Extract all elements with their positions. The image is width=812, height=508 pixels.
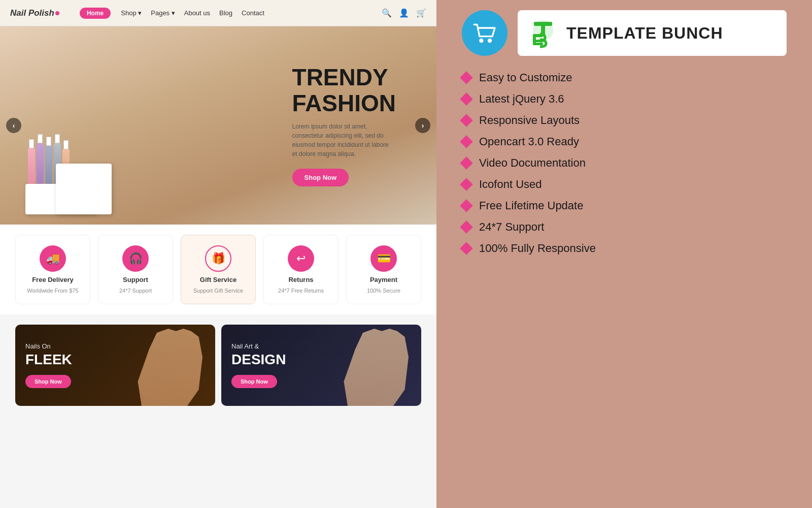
- right-header: TEMPLATE BUNCH: [462, 0, 787, 66]
- feature-payment-sub: 100% Secure: [367, 288, 400, 294]
- feature-item-3: Opencart 3.0 Ready: [462, 135, 787, 148]
- feature-label-3: Opencart 3.0 Ready: [479, 135, 579, 148]
- feature-support-sub: 24*7 Support: [119, 288, 152, 294]
- feature-label-5: Icofont Used: [479, 178, 542, 191]
- feature-delivery-sub: Worldwide From $75: [27, 288, 78, 294]
- cart-svg-icon: [472, 20, 497, 46]
- hero-products: [25, 184, 96, 214]
- nav-home-btn[interactable]: Home: [80, 8, 111, 19]
- promo-card-fleek: Nails On FLEEK Shop Now: [15, 325, 215, 406]
- feature-gift-sub: Support Gift Service: [193, 288, 243, 294]
- feature-delivery-title: Free Delivery: [32, 276, 74, 283]
- feature-item-4: Video Documentation: [462, 156, 787, 170]
- product-box-tall: [56, 164, 112, 214]
- diamond-2: [460, 114, 472, 126]
- promo-hand-1: [134, 325, 210, 406]
- feature-item-7: 24*7 Support: [462, 220, 787, 234]
- features-list: Easy to Customize Latest jQuery 3.6 Resp…: [462, 71, 787, 255]
- delivery-icon: 🚚: [40, 245, 66, 272]
- hero-prev-button[interactable]: ‹: [6, 118, 21, 133]
- nav-links: Shop ▾ Pages ▾ About us Blog Contact: [121, 9, 264, 17]
- promo-btn-2[interactable]: Shop Now: [231, 375, 277, 388]
- diamond-7: [460, 220, 472, 233]
- support-icon: 🎧: [122, 245, 149, 272]
- feature-label-4: Video Documentation: [479, 156, 586, 170]
- bottle-2: [37, 134, 44, 184]
- promo-section: Nails On FLEEK Shop Now Nail Art & DESIG…: [0, 314, 436, 416]
- feature-label-6: Free Lifetime Update: [479, 199, 583, 212]
- svg-point-0: [479, 39, 483, 43]
- returns-icon: ↩: [288, 245, 314, 272]
- feature-label-0: Easy to Customize: [479, 71, 572, 84]
- logo-dot: [55, 11, 59, 15]
- diamond-1: [460, 92, 472, 105]
- feature-label-7: 24*7 Support: [479, 220, 544, 234]
- feature-payment: 💳 Payment 100% Secure: [346, 235, 421, 304]
- nav-blog[interactable]: Blog: [219, 9, 232, 17]
- feature-item-2: Responsive Layouts: [462, 114, 787, 127]
- navbar: Nail Polish Home Shop ▾ Pages ▾ About us…: [0, 0, 436, 26]
- feature-delivery: 🚚 Free Delivery Worldwide From $75: [15, 235, 90, 304]
- nav-icons: 🔍 👤 🛒: [382, 8, 426, 18]
- diamond-3: [460, 135, 472, 148]
- promo-btn-1[interactable]: Shop Now: [25, 375, 71, 388]
- promo-hand-2: [340, 325, 416, 406]
- feature-gift: 🎁 Gift Service Support Gift Service: [181, 235, 256, 304]
- promo-text-2: Nail Art & DESIGN Shop Now: [231, 342, 286, 388]
- hero-next-button[interactable]: ›: [415, 118, 430, 133]
- right-panel: TEMPLATE BUNCH Easy to Customize Latest …: [436, 0, 812, 508]
- nav-about[interactable]: About us: [184, 9, 210, 17]
- search-icon[interactable]: 🔍: [382, 8, 392, 18]
- promo-subtitle-1: Nails On: [25, 342, 72, 350]
- diamond-0: [460, 71, 472, 84]
- website-preview: Nail Polish Home Shop ▾ Pages ▾ About us…: [0, 0, 436, 508]
- hero-content: TRENDY FASHION Lorem ipsum dolor sit ame…: [292, 65, 396, 186]
- hero-title-line2: FASHION: [292, 90, 396, 116]
- nav-shop[interactable]: Shop ▾: [121, 9, 142, 17]
- svg-point-1: [488, 39, 492, 43]
- feature-returns-title: Returns: [288, 276, 313, 283]
- diamond-5: [460, 178, 472, 190]
- bottle-3: [45, 137, 52, 184]
- feature-payment-title: Payment: [370, 276, 397, 283]
- hero-subtitle: Lorem ipsum dolor sit amet, consectetur …: [292, 122, 394, 158]
- feature-item-0: Easy to Customize: [462, 71, 787, 84]
- payment-icon: 💳: [370, 245, 397, 272]
- nav-logo: Nail Polish: [10, 8, 59, 18]
- cart-icon[interactable]: 🛒: [416, 8, 426, 18]
- svg-rect-7: [533, 43, 543, 45]
- feature-item-8: 100% Fully Responsive: [462, 242, 787, 255]
- features-strip: 🚚 Free Delivery Worldwide From $75 🎧 Sup…: [0, 225, 436, 314]
- nav-pages[interactable]: Pages ▾: [151, 9, 175, 17]
- promo-subtitle-2: Nail Art &: [231, 342, 286, 350]
- promo-card-design: Nail Art & DESIGN Shop Now: [221, 325, 421, 406]
- brand-name-text: TEMPLATE BUNCH: [566, 24, 723, 43]
- user-icon[interactable]: 👤: [399, 8, 409, 18]
- feature-gift-title: Gift Service: [200, 276, 236, 283]
- tb-logo-svg: [528, 18, 558, 48]
- hero-title: TRENDY FASHION: [292, 65, 396, 116]
- diamond-4: [460, 156, 472, 169]
- feature-label-1: Latest jQuery 3.6: [479, 92, 564, 106]
- feature-item-5: Icofont Used: [462, 178, 787, 191]
- cart-circle: [462, 10, 507, 56]
- feature-item-1: Latest jQuery 3.6: [462, 92, 787, 106]
- feature-support-title: Support: [123, 276, 148, 283]
- diamond-8: [460, 242, 472, 255]
- gift-icon: 🎁: [205, 245, 231, 272]
- promo-text-1: Nails On FLEEK Shop Now: [25, 342, 72, 388]
- feature-support: 🎧 Support 24*7 Support: [98, 235, 173, 304]
- promo-title-1: FLEEK: [25, 352, 72, 368]
- hero-title-line1: TRENDY: [292, 65, 396, 90]
- hero-cta-button[interactable]: Shop Now: [292, 169, 349, 186]
- feature-item-6: Free Lifetime Update: [462, 199, 787, 212]
- nav-contact[interactable]: Contact: [242, 9, 264, 17]
- diamond-6: [460, 199, 472, 212]
- feature-label-8: 100% Fully Responsive: [479, 242, 596, 255]
- feature-label-2: Responsive Layouts: [479, 114, 580, 127]
- hero-section: TRENDY FASHION Lorem ipsum dolor sit ame…: [0, 26, 436, 225]
- logo-text: Nail Polish: [10, 8, 54, 18]
- promo-title-2: DESIGN: [231, 352, 286, 368]
- feature-returns: ↩ Returns 24*7 Free Returns: [263, 235, 339, 304]
- feature-returns-sub: 24*7 Free Returns: [278, 288, 324, 294]
